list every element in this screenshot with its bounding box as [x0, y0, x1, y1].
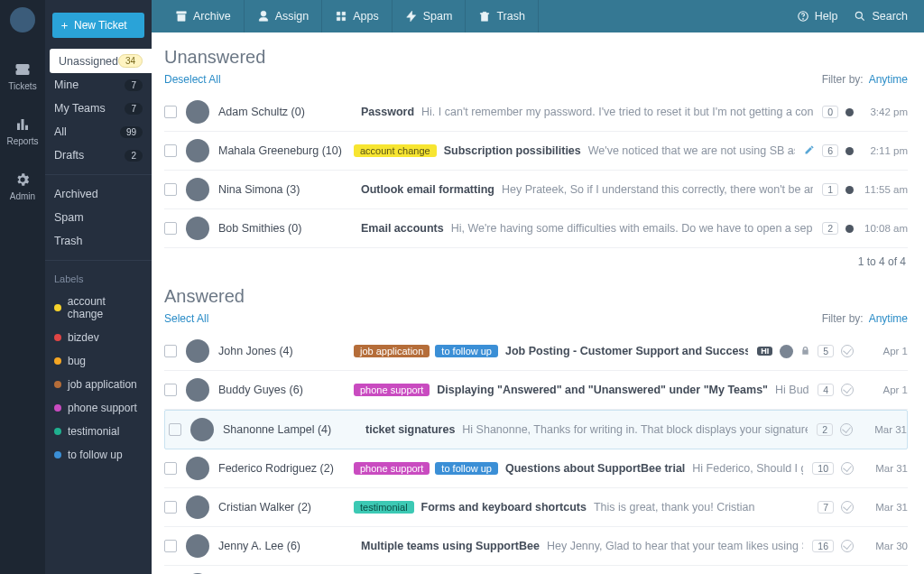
- ticket-time: 10:08 am: [861, 223, 908, 234]
- ticket-row[interactable]: Mahala Greeneburg (10) account change Su…: [164, 132, 908, 171]
- sidebar-folder-archived[interactable]: Archived: [45, 182, 152, 206]
- icon-rail: Tickets Reports Admin: [0, 0, 45, 574]
- ticket-row[interactable]: Adam Schultz (0) Password Hi. I can't re…: [164, 93, 908, 132]
- ticket-checkbox[interactable]: [164, 462, 177, 475]
- ticket-checkbox[interactable]: [164, 222, 177, 235]
- ticket-preview: Hi Federico, Should I go ahead and exten…: [692, 462, 803, 475]
- ticket-subject: Displaying "Answered" and "Unanswered" u…: [437, 384, 768, 396]
- sidebar-folder-drafts[interactable]: Drafts2: [45, 144, 152, 167]
- search-button[interactable]: Search: [854, 10, 908, 23]
- sidebar-label-bug[interactable]: bug: [45, 349, 152, 373]
- ticket-time: Mar 31: [861, 463, 908, 474]
- sender-avatar: [186, 100, 209, 124]
- ticket-row[interactable]: Buddy Guyes (6) phone support Displaying…: [164, 371, 908, 410]
- ticket-body: account change Subscription possibilitie…: [354, 144, 795, 157]
- ticket-checkbox[interactable]: [164, 183, 177, 196]
- sidebar-label-account-change[interactable]: account change: [45, 290, 152, 326]
- folder-label: Trash: [54, 235, 83, 247]
- ticket-row[interactable]: Federico Rodriguez (2) phone supportto f…: [164, 449, 908, 488]
- ticket-subject: Multiple teams using SupportBee: [361, 540, 540, 552]
- ticket-subject: Questions about SupportBee trial: [505, 462, 685, 475]
- sidebar-folder-my-teams[interactable]: My Teams7: [45, 97, 152, 120]
- nav-admin[interactable]: Admin: [10, 171, 35, 201]
- status-dot: [845, 147, 854, 155]
- reports-icon: [14, 116, 31, 133]
- select-all-link[interactable]: Select All: [164, 312, 208, 325]
- label-dot: [54, 451, 61, 458]
- ticket-body: Password Hi. I can't remember my passwor…: [354, 106, 813, 118]
- sidebar-folder-spam[interactable]: Spam: [45, 206, 152, 229]
- check-icon: [841, 540, 854, 552]
- deselect-all-link[interactable]: Deselect All: [164, 73, 221, 86]
- reply-count: 4: [818, 384, 834, 396]
- ticket-subject: Email accounts: [361, 222, 444, 235]
- ticket-subject: Forms and keyboard shortcuts: [421, 501, 587, 514]
- ticket-checkbox[interactable]: [164, 106, 177, 118]
- ticket-subject: Password: [361, 106, 414, 118]
- ticket-time: 2:11 pm: [861, 145, 908, 156]
- user-avatar[interactable]: [10, 7, 35, 32]
- filter-anytime[interactable]: Anytime: [869, 312, 908, 325]
- ticket-checkbox[interactable]: [164, 540, 177, 552]
- sidebar-label-testimonial[interactable]: testimonial: [45, 420, 152, 443]
- sender-avatar: [186, 339, 209, 363]
- ticket-checkbox[interactable]: [164, 345, 177, 357]
- nav-tickets[interactable]: Tickets: [8, 61, 36, 91]
- ticket-row[interactable]: Cristian Walker (2) testimonial Forms an…: [164, 488, 908, 527]
- ticket-checkbox[interactable]: [164, 501, 177, 514]
- ticket-row[interactable]: Nina Simona (3) Outlook email formatting…: [164, 171, 908, 209]
- sidebar-label-to-follow-up[interactable]: to follow up: [45, 443, 152, 467]
- sidebar-folder-mine[interactable]: Mine7: [45, 73, 152, 97]
- sidebar-folder-trash[interactable]: Trash: [45, 229, 152, 253]
- assign-button[interactable]: Assign: [245, 0, 323, 32]
- filter-anytime[interactable]: Anytime: [869, 73, 908, 86]
- ticket-tag: phone support: [354, 384, 430, 396]
- label-dot: [54, 304, 61, 311]
- label-name: to follow up: [68, 449, 123, 461]
- sidebar-label-bizdev[interactable]: bizdev: [45, 326, 152, 349]
- ticket-subject: Outlook email formatting: [361, 183, 494, 196]
- sender-name: Federico Rodriguez (2): [218, 462, 345, 475]
- sidebar-label-job-application[interactable]: job application: [45, 373, 152, 396]
- sender-avatar: [186, 495, 209, 519]
- apps-button[interactable]: Apps: [322, 0, 393, 32]
- sidebar-label-phone-support[interactable]: phone support: [45, 396, 152, 420]
- ticket-body: job applicationto follow up Job Posting …: [354, 345, 748, 357]
- section-unanswered-title: Unanswered: [164, 47, 908, 68]
- ticket-icon: [14, 61, 31, 78]
- ticket-checkbox[interactable]: [164, 384, 177, 396]
- ticket-preview: We've noticed that we are not using SB a…: [588, 144, 795, 157]
- trash-button[interactable]: Trash: [466, 0, 539, 32]
- ticket-row[interactable]: Jenny A. Lee (6) Multiple teams using Su…: [164, 527, 908, 566]
- sender-name: Nina Simona (3): [218, 183, 345, 196]
- ticket-body: Outlook email formatting Hey Prateek, So…: [354, 183, 813, 196]
- check-icon: [841, 501, 854, 514]
- sidebar-folder-unassigned[interactable]: Unassigned34: [50, 49, 152, 73]
- label-dot: [54, 357, 61, 365]
- nav-reports[interactable]: Reports: [6, 116, 38, 146]
- ticket-time: Mar 31: [860, 424, 907, 435]
- sidebar-folder-all[interactable]: All99: [45, 120, 152, 144]
- new-ticket-label: New Ticket: [74, 19, 127, 32]
- nav-reports-label: Reports: [6, 136, 38, 146]
- ticket-row[interactable]: Bob Smithies (0) Email accounts Hi, We'r…: [164, 209, 908, 248]
- reply-count: 1: [822, 183, 838, 196]
- status-dot: [845, 186, 854, 194]
- ticket-row[interactable]: Shanonne Lampel (4) ticket signatures Hi…: [164, 410, 908, 449]
- reply-count: 7: [818, 501, 834, 514]
- ticket-row[interactable]: John Jones (4) job applicationto follow …: [164, 332, 908, 371]
- ticket-row[interactable]: Sheryl Dahlstrand (2) Delay in agent lis…: [164, 566, 908, 574]
- label-dot: [54, 381, 61, 388]
- toolbar: Archive Assign Apps Spam Trash Help Sear…: [152, 0, 924, 32]
- folder-label: Archived: [54, 188, 98, 200]
- archive-button[interactable]: Archive: [162, 0, 245, 32]
- ticket-checkbox[interactable]: [164, 144, 177, 157]
- new-ticket-button[interactable]: New Ticket: [52, 13, 144, 38]
- help-button[interactable]: Help: [797, 10, 838, 23]
- ticket-meta: 111:55 am: [822, 183, 908, 196]
- section-answered-bar: Select All Filter by:Anytime: [164, 312, 908, 325]
- ticket-checkbox[interactable]: [169, 423, 181, 436]
- folder-count: 99: [120, 126, 143, 138]
- label-dot: [54, 334, 61, 341]
- spam-button[interactable]: Spam: [393, 0, 467, 32]
